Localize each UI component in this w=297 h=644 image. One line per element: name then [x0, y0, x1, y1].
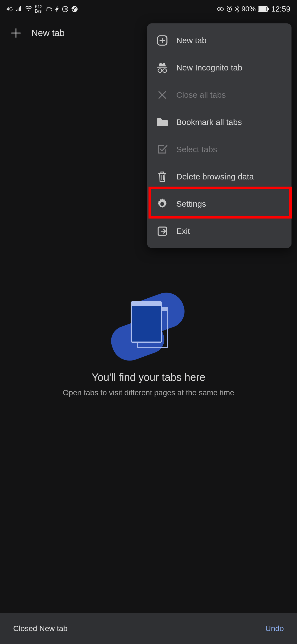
- svg-point-14: [160, 202, 164, 206]
- new-tab-button[interactable]: [10, 27, 22, 39]
- plus-box-icon: [156, 35, 168, 46]
- status-right: 90% 12:59: [217, 5, 290, 13]
- snackbar-message: Closed New tab: [13, 624, 68, 633]
- battery-percent: 90%: [241, 5, 256, 13]
- bluetooth-icon: [235, 6, 239, 13]
- menu-item-new-tab[interactable]: New tab: [147, 27, 292, 54]
- menu-item-bookmark-all-tabs[interactable]: Bookmark all tabs: [147, 108, 292, 136]
- menu-item-label: New Incognito tab: [176, 63, 242, 72]
- status-bar: 4G 612 B/s 90 90: [0, 0, 297, 18]
- svg-point-2: [72, 6, 78, 12]
- menu-item-label: Exit: [176, 227, 190, 236]
- menu-item-incognito-tab[interactable]: New Incognito tab: [147, 54, 292, 81]
- bolt-icon: [55, 6, 59, 12]
- undo-button[interactable]: Undo: [265, 624, 284, 633]
- svg-rect-10: [268, 8, 269, 10]
- menu-item-select-tabs: Select tabs: [147, 136, 292, 163]
- gear-icon: [156, 198, 168, 210]
- network-rate-unit: B/s: [35, 9, 42, 13]
- signal-icon: [16, 6, 22, 12]
- circle-90-icon: 90: [62, 6, 68, 12]
- menu-item-settings[interactable]: Settings: [147, 190, 292, 217]
- empty-title: You'll find your tabs here: [92, 372, 205, 383]
- menu-item-label: Close all tabs: [176, 90, 226, 100]
- svg-point-12: [158, 69, 162, 72]
- close-icon: [156, 89, 168, 101]
- network-type-label: 4G: [7, 7, 13, 11]
- folder-icon: [156, 116, 168, 128]
- empty-subtitle: Open tabs to visit different pages at th…: [63, 388, 234, 397]
- cloud-icon: [45, 7, 53, 12]
- menu-item-close-all-tabs: Close all tabs: [147, 81, 292, 108]
- overflow-menu: New tab New Incognito tab Close all tabs…: [147, 23, 292, 248]
- menu-item-exit[interactable]: Exit: [147, 217, 292, 245]
- menu-item-label: Select tabs: [176, 145, 217, 154]
- menu-item-label: New tab: [176, 36, 207, 45]
- svg-text:90: 90: [64, 8, 67, 11]
- status-left: 4G 612 B/s 90: [7, 5, 78, 13]
- battery-icon: [258, 6, 269, 12]
- exit-icon: [156, 225, 168, 237]
- plus-icon: [10, 27, 22, 39]
- network-rate: 612 B/s: [35, 5, 43, 13]
- alarm-icon: [226, 6, 233, 12]
- svg-point-13: [163, 69, 166, 72]
- wifi-icon: [25, 6, 32, 12]
- menu-item-delete-browsing-data[interactable]: Delete browsing data: [147, 163, 292, 190]
- empty-tabs-state: You'll find your tabs here Open tabs to …: [0, 292, 297, 397]
- toolbar-title: New tab: [31, 28, 65, 38]
- trash-icon: [156, 171, 168, 182]
- tabs-illustration: [111, 292, 186, 358]
- menu-item-label: Delete browsing data: [176, 172, 254, 181]
- svg-point-4: [75, 8, 76, 9]
- svg-point-6: [219, 8, 221, 10]
- clock-time: 12:59: [271, 5, 290, 13]
- menu-item-label: Settings: [176, 199, 206, 209]
- incognito-icon: [156, 62, 168, 73]
- steam-icon: [71, 6, 78, 12]
- menu-item-label: Bookmark all tabs: [176, 118, 242, 127]
- svg-rect-9: [259, 7, 266, 11]
- eye-icon: [217, 7, 224, 12]
- check-square-icon: [156, 144, 168, 155]
- snackbar: Closed New tab Undo: [0, 613, 297, 644]
